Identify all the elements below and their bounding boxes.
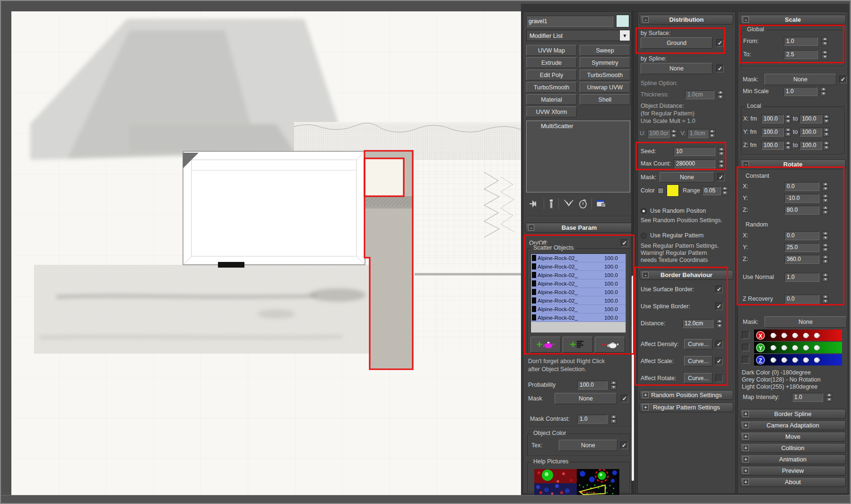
z-recovery-spinner[interactable] (822, 295, 828, 304)
rollout-preview[interactable]: +Preview (740, 466, 846, 476)
chevron-down-icon[interactable]: ▼ (619, 30, 630, 41)
random-x-spinner[interactable] (822, 231, 828, 240)
rollout-regular-pattern-settings[interactable]: + Regular Pattern Settings (640, 402, 733, 412)
modifier-button-uvw-map[interactable]: UVW Map (526, 45, 577, 56)
modifier-button-sweep[interactable]: Sweep (580, 45, 630, 56)
affect-scale-curve-button[interactable]: Curve... (684, 356, 712, 366)
z-recovery-field[interactable]: 0.0 (784, 295, 819, 304)
rollout-random-position-settings[interactable]: + Random Position Settings (640, 390, 733, 400)
rollout-about[interactable]: +About (740, 477, 846, 487)
modifier-button-extrude[interactable]: Extrude (526, 57, 577, 68)
panel-scrollbar-thumb[interactable] (632, 276, 634, 481)
affect-density-checkbox[interactable]: ✓ (715, 340, 723, 348)
use-random-position-radio[interactable] (641, 208, 647, 214)
add-object-button[interactable]: + (530, 337, 561, 353)
rollout-animation[interactable]: +Animation (740, 454, 846, 464)
use-normal-spinner[interactable] (822, 273, 828, 282)
modifier-button-unwrap-uvw[interactable]: Unwrap UVW (580, 82, 630, 93)
range-spinner[interactable] (722, 186, 728, 195)
tex-button[interactable]: None (559, 440, 617, 451)
random-x-field[interactable]: 0.0 (784, 231, 819, 240)
random-z-field[interactable]: 360.0 (784, 255, 819, 264)
map-intensity-spinner[interactable] (826, 393, 832, 402)
surface-checkbox[interactable]: ✓ (716, 39, 724, 47)
use-spline-border-checkbox[interactable]: ✓ (715, 303, 723, 310)
local-z-to-field[interactable]: 100.0 (799, 141, 822, 150)
local-x-to-field[interactable]: 100.0 (799, 114, 822, 123)
stack-item-multiscatter[interactable]: MultiScatter (541, 122, 630, 130)
rotate-map-y-checkbox[interactable] (742, 344, 749, 351)
make-unique-icon[interactable] (548, 199, 554, 209)
rollout-rotate[interactable]: - Rotate (740, 159, 846, 169)
rollout-base-param[interactable]: - Base Param (525, 223, 633, 233)
remove-modifier-icon[interactable] (579, 199, 587, 209)
rotate-map-z-checkbox[interactable] (742, 356, 749, 364)
object-color-swatch[interactable] (616, 15, 629, 27)
modifier-button-shell[interactable]: Shell (580, 94, 630, 105)
dist-mask-button[interactable]: None (660, 172, 714, 182)
configure-modifier-sets-icon[interactable] (596, 199, 607, 209)
modifier-stack-list[interactable]: MultiScatter (526, 121, 630, 192)
tex-checkbox[interactable]: ✓ (620, 442, 628, 449)
u-field[interactable]: 100.0cr (647, 129, 670, 138)
rollout-border-behaviour[interactable]: - Border Behaviour (640, 270, 733, 280)
v-field[interactable]: 1.0cm (687, 129, 708, 138)
modifier-button-uvw-xform[interactable]: UVW Xform (526, 106, 577, 117)
local-y-from-spinner[interactable] (785, 128, 791, 137)
local-z-from-field[interactable]: 100.0 (761, 141, 784, 150)
panel-scrollbar-track[interactable] (631, 12, 634, 493)
spline-checkbox[interactable]: ✓ (716, 65, 724, 72)
modifier-list-dropdown[interactable]: Modifier List ▼ (526, 30, 630, 41)
spline-pick-button[interactable]: None (641, 63, 712, 74)
mask-contrast-field[interactable]: 1.0 (577, 415, 608, 424)
pin-stack-icon[interactable] (529, 200, 539, 208)
rollout-camera-adaptation[interactable]: +Camera Adaptation (740, 420, 846, 430)
affect-rotate-curve-button[interactable]: Curve... (684, 373, 712, 383)
local-x-to-spinner[interactable] (823, 114, 829, 123)
scale-to-spinner[interactable] (822, 50, 828, 59)
random-y-spinner[interactable] (822, 243, 828, 252)
thickness-field[interactable]: 1.0cm (685, 90, 714, 99)
thickness-spinner[interactable] (717, 90, 723, 99)
max-count-field[interactable]: 280000 (674, 159, 715, 168)
viewport-top-view[interactable] (11, 11, 521, 495)
local-y-to-spinner[interactable] (823, 128, 829, 137)
dist-mask-checkbox[interactable]: ✓ (717, 174, 725, 181)
min-scale-spinner[interactable] (820, 87, 826, 96)
rotate-map-x-checkbox[interactable] (742, 331, 749, 339)
list-item[interactable]: Alpine-Rock-02_100.0 (531, 305, 625, 313)
collapse-icon[interactable]: - (743, 161, 749, 167)
local-z-from-spinner[interactable] (785, 141, 791, 150)
map-intensity-field[interactable]: 1.0 (792, 393, 823, 402)
probability-spinner[interactable] (610, 381, 617, 390)
collapse-icon[interactable]: - (528, 225, 534, 231)
rollout-scale[interactable]: - Scale (740, 15, 846, 25)
local-y-from-field[interactable]: 100.0 (761, 128, 784, 137)
v-spinner[interactable] (709, 129, 715, 138)
rollout-collision[interactable]: +Collision (740, 443, 846, 453)
rotate-mask-button[interactable]: None (764, 316, 847, 328)
list-item[interactable]: Alpine-Rock-02_100.0 (531, 271, 625, 279)
mask-contrast-spinner[interactable] (610, 415, 617, 424)
expand-icon[interactable]: + (643, 392, 649, 398)
random-y-field[interactable]: 25.0 (784, 243, 819, 252)
seed-field[interactable]: 10 (674, 147, 715, 156)
remove-object-button[interactable]: − (595, 337, 625, 353)
collapse-icon[interactable]: - (743, 17, 749, 23)
affect-density-curve-button[interactable]: Curve... (684, 339, 712, 349)
list-item[interactable]: Alpine-Rock-02_100.0 (531, 254, 625, 262)
min-scale-field[interactable]: 1.0 (783, 87, 817, 96)
local-y-to-field[interactable]: 100.0 (799, 128, 822, 137)
random-z-spinner[interactable] (822, 255, 828, 264)
rollout-move[interactable]: +Move (740, 432, 846, 442)
probability-field[interactable]: 100.0 (577, 381, 608, 390)
seed-spinner[interactable] (718, 147, 724, 156)
local-x-from-field[interactable]: 100.0 (761, 114, 784, 123)
constant-z-spinner[interactable] (822, 206, 828, 215)
mask-button[interactable]: None (555, 393, 617, 404)
modifier-button-symmetry[interactable]: Symmetry (580, 57, 630, 68)
show-end-result-icon[interactable] (563, 199, 574, 209)
use-regular-pattern-row[interactable]: Use Regular Pattern (641, 230, 732, 241)
list-item[interactable]: Alpine-Rock-02_100.0 (531, 262, 625, 271)
range-field[interactable]: 0.05 (702, 186, 721, 195)
